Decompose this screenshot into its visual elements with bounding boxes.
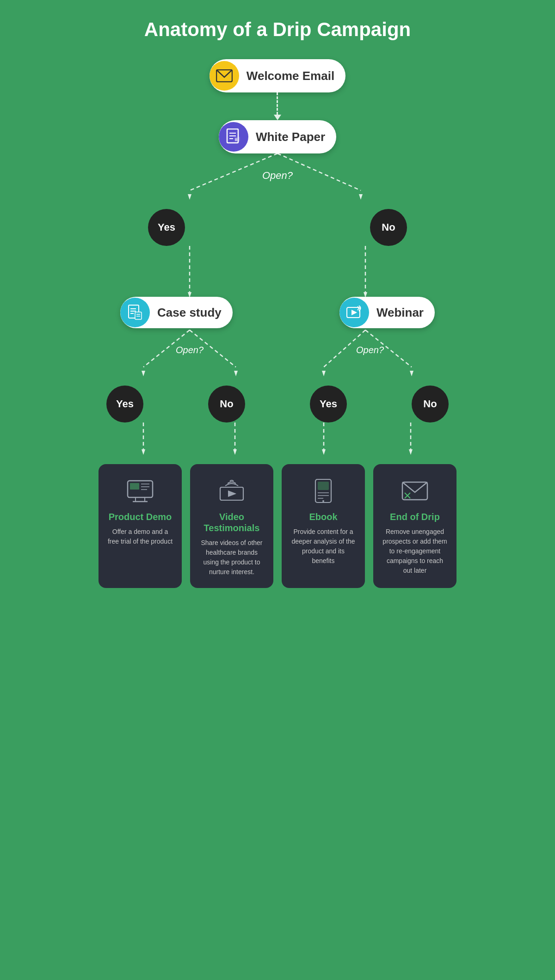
- case-study-node: Case study: [120, 297, 233, 328]
- svg-marker-28: [234, 371, 238, 376]
- branch-svg-4: [102, 423, 453, 459]
- case-study-label: Case study: [150, 306, 233, 320]
- svg-marker-31: [322, 371, 326, 376]
- yes-circle-3: Yes: [310, 386, 347, 423]
- svg-rect-20: [135, 312, 142, 319]
- video-testimonials-icon: [218, 477, 246, 505]
- branch-svg-2: [102, 246, 453, 301]
- svg-marker-40: [322, 449, 326, 455]
- ebook-title: Ebook: [309, 511, 337, 522]
- end-of-drip-icon: [401, 477, 429, 505]
- svg-marker-24: [352, 310, 357, 315]
- white-paper-icon: II: [219, 122, 248, 152]
- svg-marker-36: [142, 449, 145, 455]
- svg-marker-26: [142, 371, 145, 376]
- svg-rect-48: [130, 483, 139, 490]
- svg-marker-38: [233, 449, 237, 455]
- white-paper-label: White Paper: [248, 130, 336, 144]
- svg-marker-53: [228, 490, 236, 497]
- welcome-email-label: Welcome Email: [239, 69, 345, 83]
- video-testimonials-desc: Share videos of other healthcare brands …: [198, 538, 265, 577]
- product-demo-icon: [126, 477, 154, 505]
- welcome-email-node: Welcome Email: [210, 59, 345, 92]
- svg-text:Open?: Open?: [262, 170, 293, 181]
- branch-section-1: Open? Yes No: [102, 153, 453, 459]
- svg-point-59: [322, 500, 324, 502]
- svg-marker-10: [359, 194, 363, 200]
- video-testimonials-title: Video Testimonials: [198, 511, 265, 533]
- end-of-drip-desc: Remove unengaged prospects or add them t…: [382, 527, 448, 576]
- ebook-icon: [309, 477, 337, 505]
- webinar-node: Webinar: [339, 297, 435, 328]
- arrow-1: [274, 92, 281, 120]
- svg-marker-42: [409, 449, 413, 455]
- svg-text:Open?: Open?: [356, 345, 384, 355]
- branch-svg-1: Open?: [102, 153, 453, 214]
- yes-no-row-1: Yes No: [102, 209, 453, 246]
- page-title: Anatomy of a Drip Campaign: [144, 18, 411, 41]
- ebook-desc: Provide content for a deeper analysis of…: [290, 527, 357, 566]
- webinar-icon: [339, 298, 369, 327]
- yes-no-row-2: Yes No Yes No: [102, 386, 453, 423]
- outcome-cards-row: Product Demo Offer a demo and a free tri…: [95, 464, 460, 588]
- yes-circle-2: Yes: [106, 386, 143, 423]
- svg-text:Open?: Open?: [176, 345, 204, 355]
- outcome-ebook: Ebook Provide content for a deeper analy…: [282, 464, 365, 588]
- svg-marker-33: [410, 371, 413, 376]
- outcome-video-testimonials: Video Testimonials Share videos of other…: [190, 464, 273, 588]
- end-of-drip-title: End of Drip: [390, 511, 440, 522]
- outcome-end-of-drip: End of Drip Remove unengaged prospects o…: [373, 464, 456, 588]
- product-demo-title: Product Demo: [109, 511, 172, 522]
- svg-marker-8: [188, 194, 191, 200]
- outcome-product-demo: Product Demo Offer a demo and a free tri…: [99, 464, 182, 588]
- case-webinar-row: Case study Webinar: [102, 297, 453, 328]
- yes-circle-1: Yes: [148, 209, 185, 246]
- branch-svg-3: Open? Open?: [102, 330, 453, 390]
- svg-text:II: II: [235, 137, 237, 142]
- welcome-email-icon: [210, 61, 239, 91]
- svg-rect-55: [318, 482, 329, 490]
- product-demo-desc: Offer a demo and a free trial of the pro…: [107, 527, 173, 546]
- webinar-label: Webinar: [369, 306, 435, 320]
- no-circle-3: No: [412, 386, 449, 423]
- flowchart: Welcome Email II White Paper: [95, 59, 460, 588]
- white-paper-node: II White Paper: [219, 120, 336, 153]
- no-circle-2: No: [208, 386, 245, 423]
- case-study-icon: [120, 298, 150, 327]
- no-circle-1: No: [370, 209, 407, 246]
